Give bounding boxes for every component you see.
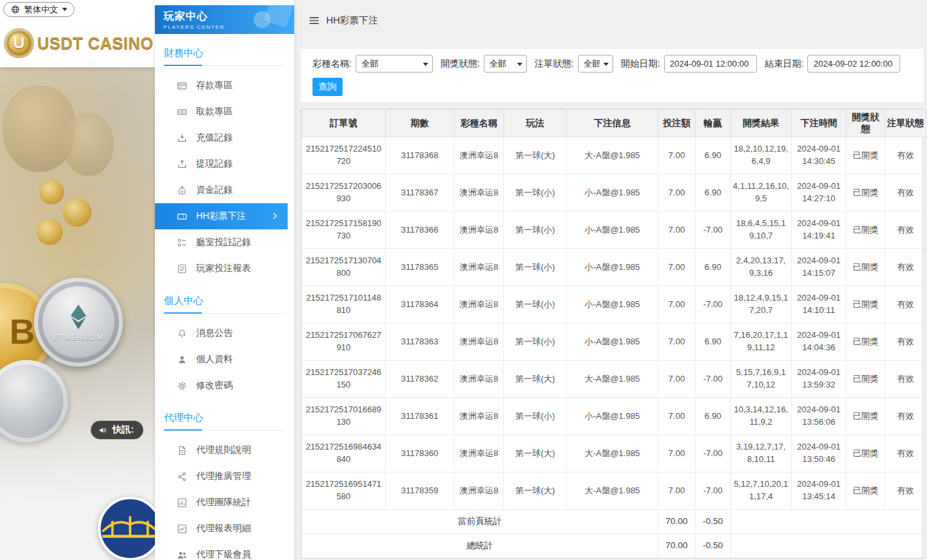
language-label: 繁体中文 <box>24 4 58 16</box>
cell-bet-info: 小-A盤@1.985 <box>567 212 658 249</box>
column-header-period: 期數 <box>386 110 454 137</box>
gold-coin-decoration <box>39 180 64 205</box>
cell-bet-time: 2024-09-01 13:59:32 <box>792 361 847 398</box>
cell-play-type: 第一球(小) <box>504 174 567 212</box>
language-selector[interactable]: 繁体中文 <box>3 2 75 17</box>
cell-order-no: 2152172517203006930 <box>302 174 386 212</box>
cell-order-no: 2152172517037246150 <box>302 361 386 398</box>
cell-draw-status: 已開獎 <box>847 137 885 174</box>
section-title-agent: 代理中心 <box>164 412 285 431</box>
password-icon <box>177 380 188 391</box>
table-row: 215217251720300693031178367澳洲幸运8第一球(小)小-… <box>302 174 926 212</box>
cell-order-no: 2152172517130704800 <box>302 249 386 286</box>
sidebar-item-label: 代理推廣管理 <box>196 470 251 482</box>
sidebar-item-label: 廳室投註記錄 <box>196 237 251 248</box>
summary-win-loss-total: -0.50 <box>696 510 731 534</box>
bet-table: 訂單號期數彩種名稱玩法下注信息投注額輸贏開獎結果下注時間開獎狀態注單狀態 215… <box>301 109 926 558</box>
cell-play-type: 第一球(小) <box>504 286 567 323</box>
cell-draw-result: 18,6,4,5,15,19,10,7 <box>731 212 792 249</box>
cell-order-status: 有效 <box>885 361 926 398</box>
cell-bet-amount: 7.00 <box>658 472 696 510</box>
sidebar-item-agent-report[interactable]: 代理報表明細 <box>155 516 294 542</box>
hamburger-icon[interactable] <box>308 14 320 27</box>
globe-icon <box>10 5 20 14</box>
cell-draw-status: 已開獎 <box>847 435 885 472</box>
summary-row: 當前頁統計70.00-0.50 <box>302 510 926 534</box>
cell-play-type: 第一球(小) <box>504 398 567 435</box>
sidebar-item-agent-team-stats[interactable]: 代理團隊統計 <box>155 489 294 516</box>
dice-decoration <box>239 7 290 33</box>
column-header-lottery-name: 彩種名稱 <box>454 110 504 137</box>
cell-order-status: 有效 <box>885 137 926 174</box>
cell-period: 31178360 <box>386 435 454 472</box>
sidebar-item-funds-record[interactable]: 資金記錄 <box>155 177 294 203</box>
cell-lottery-name: 澳洲幸运8 <box>454 323 504 361</box>
cell-play-type: 第一球(小) <box>504 212 567 249</box>
main-content: HH彩票下注 彩種名稱: 全部 開獎狀態: 全部 注單狀態: 全部 開始日期: … <box>294 0 927 560</box>
bitcoin-letter: B <box>10 311 35 352</box>
lottery-name-select[interactable]: 全部 <box>356 55 433 73</box>
cell-draw-result: 5,12,7,10,20,11,17,4 <box>731 472 792 510</box>
order-status-select[interactable]: 全部 <box>578 55 613 73</box>
sidebar-item-label: 個人資料 <box>196 354 233 365</box>
site-logo[interactable]: U USDT CASINO <box>0 20 155 67</box>
cell-bet-time: 2024-09-01 14:15:07 <box>792 249 847 286</box>
cell-order-status: 有效 <box>885 398 926 435</box>
usdt-coin-icon: U <box>4 28 34 58</box>
sidebar-item-label: 代理團隊統計 <box>196 497 251 508</box>
cell-period: 31178366 <box>386 212 454 249</box>
lottery-name-label: 彩種名稱: <box>312 58 352 70</box>
caret-down-icon <box>62 8 67 14</box>
money-bag-decoration <box>63 113 114 176</box>
cell-order-no: 2152172516951471580 <box>302 472 386 510</box>
sidebar-item-withdraw-record[interactable]: 提現記錄 <box>155 151 294 177</box>
column-header-draw-status: 開獎狀態 <box>847 110 885 137</box>
cell-lottery-name: 澳洲幸运8 <box>454 212 504 249</box>
sidebar-item-announcements[interactable]: 消息公告 <box>155 320 294 346</box>
cell-draw-result: 18,12,4,9,15,17,20,7 <box>731 286 792 323</box>
sidebar-item-player-bet-report[interactable]: 玩家投注報表 <box>155 255 294 282</box>
agent-promotion-icon <box>177 471 188 482</box>
sidebar-item-recharge-record[interactable]: 充值記錄 <box>155 125 294 151</box>
agent-team-stats-icon <box>177 497 188 508</box>
cell-bet-time: 2024-09-01 14:27:10 <box>792 174 847 212</box>
cell-play-type: 第一球(大) <box>504 435 567 472</box>
cell-order-no: 2152172517067627910 <box>302 323 386 361</box>
sidebar-item-room-bet-record[interactable]: 廳室投註記錄 <box>155 229 294 255</box>
column-header-order-no: 訂單號 <box>302 110 386 137</box>
sidebar-item-change-password[interactable]: 修改密碼 <box>155 372 294 399</box>
bet-table-card: 訂單號期數彩種名稱玩法下注信息投注額輸贏開獎結果下注時間開獎狀態注單狀態 215… <box>301 108 923 559</box>
search-button[interactable]: 查詢 <box>312 78 343 96</box>
news-ticker[interactable]: 快訊: <box>90 420 144 440</box>
sidebar-item-agent-members[interactable]: 代理下級會員 <box>155 542 294 560</box>
sidebar-item-agent-rules[interactable]: 代理規則說明 <box>155 437 294 463</box>
cell-win-loss: 6.90 <box>696 398 731 435</box>
end-date-input[interactable] <box>807 55 900 73</box>
cell-order-status: 有效 <box>885 323 926 361</box>
sidebar-item-label: 取款專區 <box>196 106 233 118</box>
cell-play-type: 第一球(小) <box>504 323 567 361</box>
cell-bet-amount: 7.00 <box>658 398 696 435</box>
cell-draw-status: 已開獎 <box>847 286 885 323</box>
sidebar-item-profile[interactable]: 個人資料 <box>155 346 294 372</box>
cell-bet-time: 2024-09-01 14:04:36 <box>792 323 847 361</box>
sidebar-item-deposit[interactable]: 存款專區 <box>155 73 294 99</box>
cell-bet-amount: 7.00 <box>658 137 696 174</box>
draw-status-select[interactable]: 全部 <box>484 55 527 73</box>
cell-draw-status: 已開獎 <box>847 323 885 361</box>
sidebar-item-lottery-bet[interactable]: HH彩票下注 <box>155 203 288 229</box>
cell-bet-time: 2024-09-01 14:19:41 <box>792 212 847 249</box>
start-date-input[interactable] <box>664 55 757 73</box>
cell-play-type: 第一球(大) <box>504 472 567 510</box>
cell-lottery-name: 澳洲幸运8 <box>454 137 504 174</box>
start-date-label: 開始日期: <box>621 58 660 70</box>
cell-period: 31178359 <box>386 472 454 510</box>
cell-bet-info: 小-A盤@1.985 <box>567 398 658 435</box>
sidebar-item-agent-promotion[interactable]: 代理推廣管理 <box>155 463 294 489</box>
sidebar-item-withdraw[interactable]: 取款專區 <box>155 99 294 125</box>
cell-bet-amount: 7.00 <box>658 286 696 323</box>
cell-lottery-name: 澳洲幸运8 <box>454 435 504 472</box>
cell-bet-amount: 7.00 <box>658 174 696 212</box>
left-panel-top: 繁体中文 U USDT CASINO <box>0 0 155 67</box>
cell-draw-result: 7,16,20,17,1,19,11,12 <box>731 323 792 361</box>
